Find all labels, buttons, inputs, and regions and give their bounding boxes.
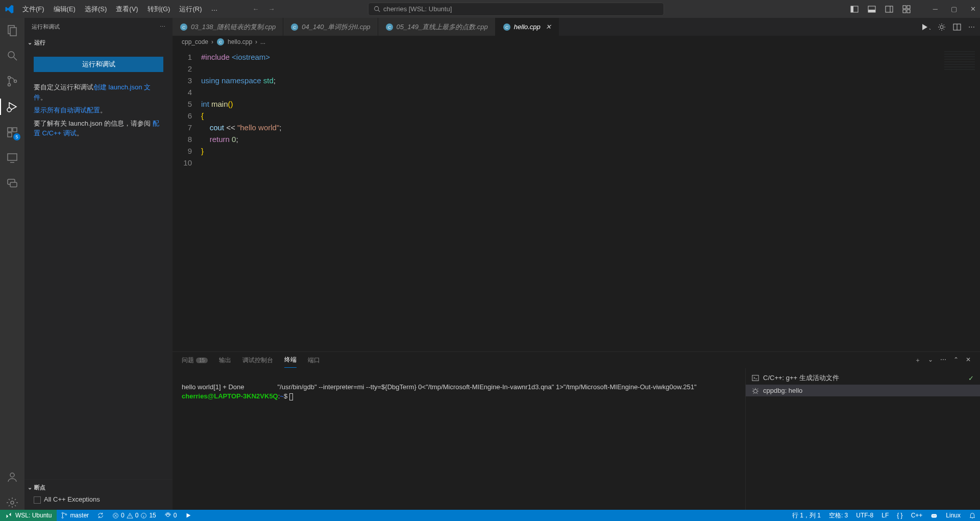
panel-tab-problems[interactable]: 问题15 [182,353,208,368]
window-minimize-icon[interactable]: ─ [933,5,938,13]
tab-03-138[interactable]: C03_138_随机链表的复制.cpp [173,18,283,36]
terminal-item-label: cppdbg: hello [763,387,802,394]
status-language[interactable]: C++ [907,511,927,520]
close-tab-icon[interactable]: ✕ [546,23,551,31]
activity-run-debug[interactable] [5,100,19,114]
status-problems[interactable]: 0 0 15 [108,512,160,519]
menu-run[interactable]: 运行(R) [175,3,206,16]
tab-05-149[interactable]: C05_149_直线上最多的点数.cpp [378,18,496,36]
activity-remote-explorer[interactable] [5,151,19,165]
layout-customize-icon[interactable] [902,5,911,13]
run-section-label: 运行 [34,39,45,46]
run-file-icon[interactable]: ⌄ [921,23,930,31]
breadcrumb[interactable]: cpp_code› C hello.cpp› ... [173,36,980,48]
status-cursor[interactable]: 行 1，列 1 [788,511,825,520]
window-close-icon[interactable]: ✕ [970,5,976,13]
svg-point-59 [935,515,936,516]
debug-config-icon[interactable] [938,23,946,31]
status-branch[interactable]: master [57,512,93,519]
svg-rect-21 [8,128,12,132]
titlebar: 文件(F) 编辑(E) 选择(S) 查看(V) 转到(G) 运行(R) … ← … [0,0,980,18]
nav-forward-icon[interactable]: → [268,5,275,13]
new-terminal-icon[interactable]: ＋ [915,356,921,365]
panel: 问题15 输出 调试控制台 终端 端口 ＋ ⌄ ⋯ ⌃ ✕ hello worl… [173,351,980,510]
menu-file[interactable]: 文件(F) [18,3,48,16]
vscode-logo [4,4,14,14]
status-debug-start[interactable] [181,512,196,519]
activity-settings[interactable] [5,495,19,510]
status-ports[interactable]: 0 [160,512,181,519]
activity-search[interactable] [5,49,19,63]
layout-bottom-icon[interactable] [868,5,876,13]
panel-tab-debug-console[interactable]: 调试控制台 [242,353,273,368]
nav-back-icon[interactable]: ← [252,5,259,13]
menu-overflow[interactable]: … [207,3,222,16]
svg-line-1 [378,10,380,12]
breakpoint-item[interactable]: All C++ Exceptions [24,492,173,507]
svg-rect-9 [907,6,910,9]
terminal-dropdown-icon[interactable]: ⌄ [928,356,933,365]
svg-point-16 [8,77,11,79]
layout-right-icon[interactable] [885,5,893,13]
svg-point-20 [7,108,11,112]
activity-bar: 5 [0,18,24,510]
status-copilot[interactable] [926,511,942,520]
command-center[interactable]: cherries [WSL: Ubuntu] [368,3,664,16]
panel-maximize-icon[interactable]: ⌃ [953,356,959,365]
activity-chat[interactable] [5,176,19,191]
panel-tab-ports[interactable]: 端口 [308,353,320,368]
tab-hello[interactable]: Chello.cpp✕ [496,18,559,36]
menu-go[interactable]: 转到(G) [143,3,175,16]
status-notifications[interactable] [965,511,980,520]
panel-close-icon[interactable]: ✕ [966,356,971,365]
panel-overflow-icon[interactable]: ⋯ [940,356,946,365]
panel-tab-terminal[interactable]: 终端 [284,352,297,368]
breadcrumb-folder[interactable]: cpp_code [182,38,208,45]
status-encoding[interactable]: UTF-8 [852,511,877,520]
status-eol[interactable]: LF [877,511,893,520]
breadcrumb-more[interactable]: ... [260,38,265,45]
run-debug-button[interactable]: 运行和调试 [34,57,163,72]
svg-rect-3 [851,6,853,12]
line-numbers: 12345678910 [173,48,201,351]
activity-explorer[interactable] [5,23,19,37]
check-icon: ✓ [968,374,974,382]
activity-account[interactable] [5,470,19,484]
status-sync[interactable] [93,512,108,519]
activity-scm[interactable] [5,74,19,88]
menu-selection[interactable]: 选择(S) [81,3,111,16]
status-braces[interactable]: { } [893,511,906,520]
activity-extensions[interactable]: 5 [5,125,19,139]
breakpoints-header[interactable]: ⌄ 断点 [24,483,173,492]
minimap[interactable] [944,51,975,72]
panel-tab-output[interactable]: 输出 [219,353,231,368]
run-section-header[interactable]: ⌄ 运行 [24,38,173,48]
code-content[interactable]: #include <iostream> using namespace std;… [201,48,281,351]
terminal[interactable]: hello world[1] + Done "/usr/bin/gdb" --i… [173,368,745,510]
menu-view[interactable]: 查看(V) [112,3,142,16]
show-auto-configs-link[interactable]: 显示所有自动调试配置 [34,106,100,114]
status-indent[interactable]: 空格: 3 [825,511,852,520]
menu-edit[interactable]: 编辑(E) [50,3,80,16]
svg-rect-57 [932,514,937,517]
more-actions-icon[interactable]: ⋯ [968,23,975,31]
window-maximize-icon[interactable]: ▢ [951,5,957,13]
status-os[interactable]: Linux [942,511,965,520]
status-remote[interactable]: WSL: Ubuntu [0,510,57,521]
breakpoints-section: ⌄ 断点 All C++ Exceptions [24,479,173,510]
split-editor-icon[interactable] [953,23,961,31]
terminal-item-build[interactable]: C/C++: g++ 生成活动文件 ✓ [746,371,980,385]
tabbar: C03_138_随机链表的复制.cpp C04_140_单词拆分II.cpp C… [173,18,980,36]
svg-point-28 [10,473,14,477]
checkbox-icon[interactable] [34,496,41,504]
sidebar: 运行和调试 ⋯ ⌄ 运行 运行和调试 要自定义运行和调试创建 launch.js… [24,18,173,510]
more-icon[interactable]: ⋯ [160,23,165,30]
sidebar-text-2: 显示所有自动调试配置。 [34,105,163,115]
layout-left-icon[interactable] [850,5,859,13]
terminal-item-cppdbg[interactable]: cppdbg: hello [746,385,980,396]
breadcrumb-file[interactable]: hello.cpp [228,38,252,45]
main: 5 运行和调试 ⋯ ⌄ 运行 运行和调试 要自定义运行和调试创建 launch.… [0,18,980,510]
tab-04-140[interactable]: C04_140_单词拆分II.cpp [283,18,378,36]
nav-arrows: ← → [252,5,275,13]
code-editor[interactable]: 12345678910 #include <iostream> using na… [173,48,980,351]
